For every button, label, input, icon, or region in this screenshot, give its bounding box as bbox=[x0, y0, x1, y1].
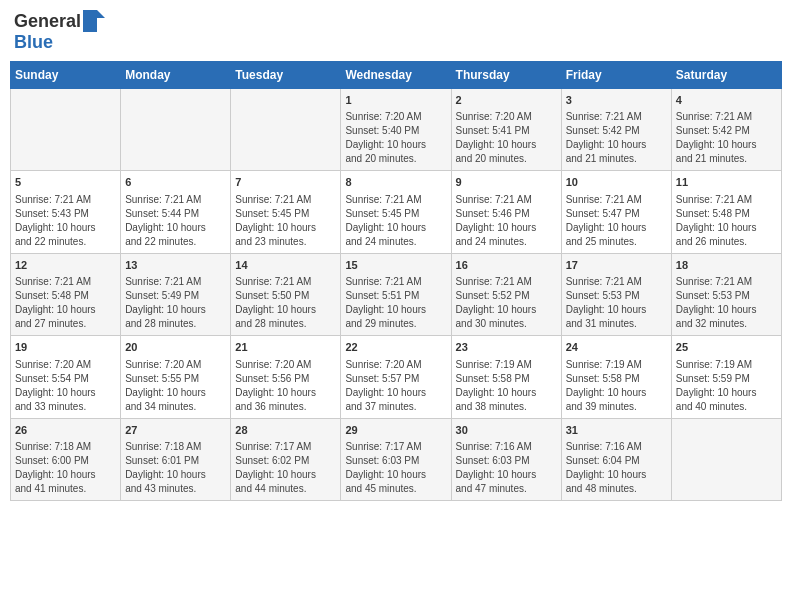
weekday-header-thursday: Thursday bbox=[451, 62, 561, 89]
day-content: Sunrise: 7:21 AM Sunset: 5:52 PM Dayligh… bbox=[456, 275, 557, 331]
day-content: Sunrise: 7:21 AM Sunset: 5:45 PM Dayligh… bbox=[235, 193, 336, 249]
day-number: 31 bbox=[566, 423, 667, 438]
day-content: Sunrise: 7:18 AM Sunset: 6:00 PM Dayligh… bbox=[15, 440, 116, 496]
day-content: Sunrise: 7:20 AM Sunset: 5:57 PM Dayligh… bbox=[345, 358, 446, 414]
day-content: Sunrise: 7:20 AM Sunset: 5:41 PM Dayligh… bbox=[456, 110, 557, 166]
page-header: General Blue bbox=[10, 10, 782, 53]
calendar-cell: 24Sunrise: 7:19 AM Sunset: 5:58 PM Dayli… bbox=[561, 336, 671, 418]
logo-icon bbox=[83, 10, 105, 32]
day-content: Sunrise: 7:21 AM Sunset: 5:49 PM Dayligh… bbox=[125, 275, 226, 331]
day-content: Sunrise: 7:16 AM Sunset: 6:03 PM Dayligh… bbox=[456, 440, 557, 496]
day-number: 25 bbox=[676, 340, 777, 355]
day-number: 9 bbox=[456, 175, 557, 190]
calendar-cell: 13Sunrise: 7:21 AM Sunset: 5:49 PM Dayli… bbox=[121, 253, 231, 335]
calendar-cell: 22Sunrise: 7:20 AM Sunset: 5:57 PM Dayli… bbox=[341, 336, 451, 418]
day-content: Sunrise: 7:19 AM Sunset: 5:58 PM Dayligh… bbox=[566, 358, 667, 414]
calendar-cell: 21Sunrise: 7:20 AM Sunset: 5:56 PM Dayli… bbox=[231, 336, 341, 418]
day-number: 8 bbox=[345, 175, 446, 190]
day-content: Sunrise: 7:21 AM Sunset: 5:43 PM Dayligh… bbox=[15, 193, 116, 249]
day-content: Sunrise: 7:20 AM Sunset: 5:40 PM Dayligh… bbox=[345, 110, 446, 166]
day-number: 26 bbox=[15, 423, 116, 438]
day-number: 14 bbox=[235, 258, 336, 273]
day-number: 28 bbox=[235, 423, 336, 438]
calendar-cell: 25Sunrise: 7:19 AM Sunset: 5:59 PM Dayli… bbox=[671, 336, 781, 418]
day-number: 11 bbox=[676, 175, 777, 190]
day-number: 16 bbox=[456, 258, 557, 273]
weekday-header-sunday: Sunday bbox=[11, 62, 121, 89]
day-number: 24 bbox=[566, 340, 667, 355]
day-number: 22 bbox=[345, 340, 446, 355]
weekday-header-saturday: Saturday bbox=[671, 62, 781, 89]
weekday-header-tuesday: Tuesday bbox=[231, 62, 341, 89]
day-number: 20 bbox=[125, 340, 226, 355]
day-content: Sunrise: 7:21 AM Sunset: 5:50 PM Dayligh… bbox=[235, 275, 336, 331]
calendar-cell bbox=[671, 418, 781, 500]
day-content: Sunrise: 7:21 AM Sunset: 5:53 PM Dayligh… bbox=[566, 275, 667, 331]
calendar-table: SundayMondayTuesdayWednesdayThursdayFrid… bbox=[10, 61, 782, 501]
day-content: Sunrise: 7:21 AM Sunset: 5:51 PM Dayligh… bbox=[345, 275, 446, 331]
day-number: 3 bbox=[566, 93, 667, 108]
calendar-week-row: 26Sunrise: 7:18 AM Sunset: 6:00 PM Dayli… bbox=[11, 418, 782, 500]
weekday-header-wednesday: Wednesday bbox=[341, 62, 451, 89]
day-content: Sunrise: 7:18 AM Sunset: 6:01 PM Dayligh… bbox=[125, 440, 226, 496]
day-content: Sunrise: 7:21 AM Sunset: 5:42 PM Dayligh… bbox=[676, 110, 777, 166]
calendar-cell: 27Sunrise: 7:18 AM Sunset: 6:01 PM Dayli… bbox=[121, 418, 231, 500]
calendar-cell: 29Sunrise: 7:17 AM Sunset: 6:03 PM Dayli… bbox=[341, 418, 451, 500]
day-number: 29 bbox=[345, 423, 446, 438]
calendar-cell: 12Sunrise: 7:21 AM Sunset: 5:48 PM Dayli… bbox=[11, 253, 121, 335]
calendar-cell: 30Sunrise: 7:16 AM Sunset: 6:03 PM Dayli… bbox=[451, 418, 561, 500]
day-content: Sunrise: 7:21 AM Sunset: 5:48 PM Dayligh… bbox=[676, 193, 777, 249]
logo-blue-text: Blue bbox=[14, 32, 53, 53]
calendar-cell: 7Sunrise: 7:21 AM Sunset: 5:45 PM Daylig… bbox=[231, 171, 341, 253]
day-number: 7 bbox=[235, 175, 336, 190]
calendar-week-row: 5Sunrise: 7:21 AM Sunset: 5:43 PM Daylig… bbox=[11, 171, 782, 253]
calendar-cell: 15Sunrise: 7:21 AM Sunset: 5:51 PM Dayli… bbox=[341, 253, 451, 335]
day-content: Sunrise: 7:20 AM Sunset: 5:56 PM Dayligh… bbox=[235, 358, 336, 414]
calendar-cell: 3Sunrise: 7:21 AM Sunset: 5:42 PM Daylig… bbox=[561, 89, 671, 171]
day-number: 1 bbox=[345, 93, 446, 108]
calendar-cell: 8Sunrise: 7:21 AM Sunset: 5:45 PM Daylig… bbox=[341, 171, 451, 253]
logo: General Blue bbox=[14, 10, 105, 53]
calendar-cell bbox=[11, 89, 121, 171]
day-number: 13 bbox=[125, 258, 226, 273]
day-number: 10 bbox=[566, 175, 667, 190]
calendar-cell: 9Sunrise: 7:21 AM Sunset: 5:46 PM Daylig… bbox=[451, 171, 561, 253]
calendar-cell bbox=[121, 89, 231, 171]
day-content: Sunrise: 7:21 AM Sunset: 5:48 PM Dayligh… bbox=[15, 275, 116, 331]
calendar-cell: 19Sunrise: 7:20 AM Sunset: 5:54 PM Dayli… bbox=[11, 336, 121, 418]
day-number: 12 bbox=[15, 258, 116, 273]
day-number: 2 bbox=[456, 93, 557, 108]
day-content: Sunrise: 7:21 AM Sunset: 5:42 PM Dayligh… bbox=[566, 110, 667, 166]
calendar-week-row: 19Sunrise: 7:20 AM Sunset: 5:54 PM Dayli… bbox=[11, 336, 782, 418]
day-content: Sunrise: 7:16 AM Sunset: 6:04 PM Dayligh… bbox=[566, 440, 667, 496]
day-number: 6 bbox=[125, 175, 226, 190]
calendar-cell: 6Sunrise: 7:21 AM Sunset: 5:44 PM Daylig… bbox=[121, 171, 231, 253]
calendar-cell: 1Sunrise: 7:20 AM Sunset: 5:40 PM Daylig… bbox=[341, 89, 451, 171]
calendar-week-row: 12Sunrise: 7:21 AM Sunset: 5:48 PM Dayli… bbox=[11, 253, 782, 335]
day-number: 23 bbox=[456, 340, 557, 355]
weekday-header-row: SundayMondayTuesdayWednesdayThursdayFrid… bbox=[11, 62, 782, 89]
calendar-cell: 10Sunrise: 7:21 AM Sunset: 5:47 PM Dayli… bbox=[561, 171, 671, 253]
day-number: 21 bbox=[235, 340, 336, 355]
day-number: 5 bbox=[15, 175, 116, 190]
day-content: Sunrise: 7:21 AM Sunset: 5:46 PM Dayligh… bbox=[456, 193, 557, 249]
day-number: 19 bbox=[15, 340, 116, 355]
calendar-cell: 17Sunrise: 7:21 AM Sunset: 5:53 PM Dayli… bbox=[561, 253, 671, 335]
day-content: Sunrise: 7:21 AM Sunset: 5:53 PM Dayligh… bbox=[676, 275, 777, 331]
day-content: Sunrise: 7:17 AM Sunset: 6:03 PM Dayligh… bbox=[345, 440, 446, 496]
day-content: Sunrise: 7:21 AM Sunset: 5:47 PM Dayligh… bbox=[566, 193, 667, 249]
calendar-cell: 26Sunrise: 7:18 AM Sunset: 6:00 PM Dayli… bbox=[11, 418, 121, 500]
calendar-cell: 23Sunrise: 7:19 AM Sunset: 5:58 PM Dayli… bbox=[451, 336, 561, 418]
calendar-cell: 18Sunrise: 7:21 AM Sunset: 5:53 PM Dayli… bbox=[671, 253, 781, 335]
day-number: 15 bbox=[345, 258, 446, 273]
logo-general-text: General bbox=[14, 11, 81, 32]
day-number: 18 bbox=[676, 258, 777, 273]
day-content: Sunrise: 7:21 AM Sunset: 5:44 PM Dayligh… bbox=[125, 193, 226, 249]
calendar-cell: 16Sunrise: 7:21 AM Sunset: 5:52 PM Dayli… bbox=[451, 253, 561, 335]
calendar-cell: 11Sunrise: 7:21 AM Sunset: 5:48 PM Dayli… bbox=[671, 171, 781, 253]
calendar-cell: 5Sunrise: 7:21 AM Sunset: 5:43 PM Daylig… bbox=[11, 171, 121, 253]
calendar-cell bbox=[231, 89, 341, 171]
calendar-cell: 20Sunrise: 7:20 AM Sunset: 5:55 PM Dayli… bbox=[121, 336, 231, 418]
day-content: Sunrise: 7:17 AM Sunset: 6:02 PM Dayligh… bbox=[235, 440, 336, 496]
svg-marker-0 bbox=[83, 10, 105, 32]
